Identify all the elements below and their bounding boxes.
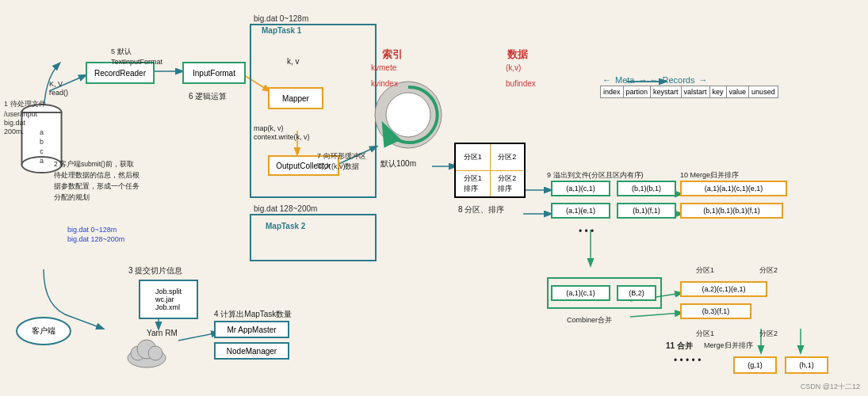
combine-result1-box: (a,2)(c,1)(e,1) [680,281,767,297]
index-table: index partion keystart valstart key valu… [600,86,778,98]
kv-read-label: K, V read() [49,79,68,97]
input-file-label: 1 待处理文件 /user/input big.dat 200m. [4,99,59,135]
svg-line-11 [630,313,682,317]
combiner-box [547,277,662,309]
merge-result1-box: (a,1)(a,1)(c,1)(e,1) [680,181,787,196]
data-main-label: 数据 [507,48,528,62]
merge-label: 10 Merge归并排序 [680,170,739,181]
bufindex-label: bufindex [506,79,536,88]
kv-data-label: (k,v) [506,63,521,72]
bigdat-bottom-label: big.dat 128~200m [254,204,317,213]
nodemanager-box: NodeManager [214,342,289,360]
index-main-label: 索引 [382,48,403,62]
bigdat-128200-label: big.dat 128~200m [67,235,124,243]
kvindex-label: kvindex [371,79,398,88]
merge2-label: Merge归并排序 [704,341,753,351]
svg-point-26 [386,93,430,137]
partition1-combine-label: 分区1 [696,329,714,339]
partition2-combine-label: 分区2 [759,329,778,339]
records-label: Records [663,75,695,85]
partition-sort-label: 8 分区、排序 [458,204,504,215]
partition2-sort-box: 分区2 排序 [491,171,525,197]
partition1-box: 分区1 [456,144,491,170]
kvmete-label: kvmete [371,63,396,72]
kv2-label: k, v [287,57,300,66]
partition2-merge-label: 分区2 [759,265,778,276]
logic-label: 6 逻辑运算 [189,91,227,102]
svg-line-15 [178,333,218,341]
svg-text:a: a [40,157,44,165]
job-files-box: Job.split wc.jar Job.xml [139,280,198,319]
spill-box-2a: (a,1)(e,1) [551,203,610,219]
mapper-box: Mapper [268,87,323,109]
bigdat-top-label: big.dat 0~128m [254,14,308,23]
ring-buffer [373,79,444,152]
submit-info2-label: 3 提交切片信息 [128,265,182,276]
diagram: a b c a 1 待处理文件 /user/input big.dat 200m… [0,0,868,396]
spill-box-1a: (a,1)(c,1) [551,181,610,196]
final-result1-box: (g,1) [733,356,777,374]
inputformat-box: InputFormat [182,62,246,84]
footer: CSDN @12十二12 [801,382,860,392]
appmaster-box: Mr AppMaster [214,321,289,338]
default100m-label: 默认100m [380,158,416,169]
combine-result2-box: (b,3)(f,1) [680,303,751,319]
maptask2-outer-box [250,214,377,261]
client-oval: 客户端 [16,317,71,345]
spill-box-2b: (b,1)(f,1) [617,203,676,219]
maptask1-label: MapTask 1 [262,26,301,35]
spill-label: 9 溢出到文件(分区且区内有序) [547,170,644,181]
write-buffer-label: 7 向环形缓冲区 写入(k,v)数据 [317,143,366,172]
meta-label: Meta [615,75,634,85]
partition2-box: 分区2 [491,144,525,170]
dots3: • • • • • [674,355,701,366]
maptask2-label: MapTask 2 [266,222,305,230]
svg-text:b: b [40,138,44,146]
merge3-label: 11 合并 [666,341,693,352]
svg-point-30 [148,346,163,360]
partition1-sort-box: 分区1 排序 [456,171,491,197]
dots1: • • • [579,226,594,237]
submit-info-label: 2 客户端submit()前，获取 待处理数据的信息，然后根 据参数配置，形成一… [54,158,157,203]
combiner-label: Combiner合并 [567,315,612,326]
compute-maptask-label: 4 计算出MapTask数量 [214,309,292,320]
svg-text:c: c [40,147,44,155]
partition1-merge-label: 分区1 [696,265,714,276]
cloud-shape [125,333,169,368]
default-textinput-label: 5 默认 TextInputFormat [111,38,163,66]
meta-records-header: ← Meta → ← Records → [602,75,708,85]
spill-box-1b: (b,1)(b,1) [617,181,676,196]
final-result2-box: (h,1) [785,356,828,374]
merge-result2-box: (b,1)(b,1)(b,1)(f,1) [680,203,783,219]
partition-outer-box: 分区1 分区2 分区1 排序 分区2 排序 [454,143,526,198]
map-context-label: map(k, v) context.write(k, v) [254,115,310,141]
bigdat-0128-label: big.dat 0~128m [67,226,117,234]
